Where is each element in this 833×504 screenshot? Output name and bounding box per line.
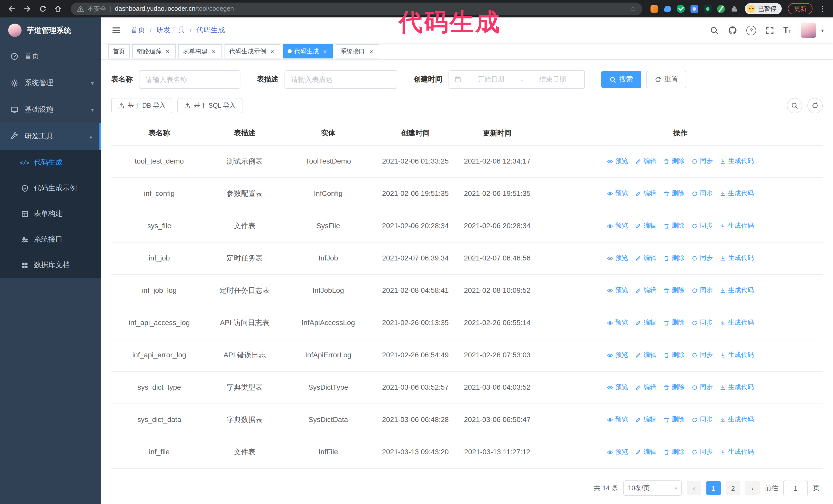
goto-page-input[interactable] [783, 480, 808, 496]
delete-link[interactable]: 删除 [664, 286, 685, 296]
font-size-button[interactable]: TT [783, 26, 791, 34]
sync-link[interactable]: 同步 [692, 447, 713, 457]
extension-icon-2[interactable] [662, 3, 673, 14]
generate-code-link[interactable]: 生成代码 [720, 254, 754, 264]
sync-link[interactable]: 同步 [692, 415, 713, 425]
edit-link[interactable]: 编辑 [635, 189, 657, 199]
generate-code-link[interactable]: 生成代码 [720, 221, 754, 231]
sync-link[interactable]: 同步 [692, 286, 713, 296]
refresh-table-button[interactable] [807, 98, 823, 113]
sidebar-item-devtools[interactable]: 研发工具 ▴ [0, 123, 101, 150]
generate-code-link[interactable]: 生成代码 [720, 351, 754, 360]
import-sql-button[interactable]: 基于 SQL 导入 [177, 98, 242, 113]
delete-link[interactable]: 删除 [664, 221, 685, 231]
extensions-puzzle-icon[interactable] [729, 3, 740, 14]
edit-link[interactable]: 编辑 [635, 221, 657, 231]
date-range-picker[interactable]: 开始日期 - 结束日期 [449, 70, 585, 89]
breadcrumb-home[interactable]: 首页 [131, 26, 145, 35]
browser-update-button[interactable]: 更新 [788, 3, 812, 14]
back-button[interactable] [5, 2, 19, 16]
extension-icon-4[interactable] [688, 3, 700, 14]
extension-icon-5[interactable] [702, 3, 713, 14]
home-button[interactable] [51, 2, 65, 16]
sync-link[interactable]: 同步 [692, 221, 713, 231]
edit-link[interactable]: 编辑 [635, 254, 657, 264]
github-button[interactable] [728, 26, 737, 35]
page-button-2[interactable]: 2 [726, 481, 740, 495]
delete-link[interactable]: 删除 [664, 318, 685, 328]
delete-link[interactable]: 删除 [664, 351, 685, 360]
sidebar-item-codegen-example[interactable]: 代码生成示例 [0, 175, 101, 201]
sidebar-toggle-button[interactable] [110, 24, 122, 37]
generate-code-link[interactable]: 生成代码 [720, 157, 754, 167]
generate-code-link[interactable]: 生成代码 [720, 318, 754, 328]
tab-codegen[interactable]: 代码生成× [283, 44, 333, 58]
close-icon[interactable]: × [367, 48, 375, 55]
sync-link[interactable]: 同步 [692, 157, 713, 167]
sync-link[interactable]: 同步 [692, 254, 713, 264]
delete-link[interactable]: 删除 [664, 254, 685, 264]
close-icon[interactable]: × [269, 48, 276, 55]
sidebar-item-system-api[interactable]: 系统接口 [0, 226, 101, 252]
reset-button[interactable]: 重置 [646, 71, 686, 88]
edit-link[interactable]: 编辑 [635, 383, 657, 393]
tab-trace[interactable]: 链路追踪× [132, 44, 176, 58]
extension-icon-3[interactable] [675, 3, 686, 14]
sidebar-item-db-docs[interactable]: 数据库文档 [0, 252, 101, 278]
close-icon[interactable]: × [164, 48, 171, 55]
sidebar-item-home[interactable]: 首页 [0, 43, 101, 70]
sidebar-item-system[interactable]: 系统管理 ▾ [0, 70, 101, 96]
delete-link[interactable]: 删除 [664, 157, 685, 167]
prev-page-button[interactable]: ‹ [687, 481, 701, 495]
toggle-search-button[interactable] [787, 98, 802, 113]
edit-link[interactable]: 编辑 [635, 157, 657, 167]
preview-link[interactable]: 预览 [607, 318, 628, 328]
close-icon[interactable]: × [322, 48, 329, 55]
sync-link[interactable]: 同步 [692, 189, 713, 199]
edit-link[interactable]: 编辑 [635, 351, 657, 360]
profile-paused-chip[interactable]: 已暂停 [745, 3, 782, 14]
preview-link[interactable]: 预览 [607, 221, 628, 231]
edit-link[interactable]: 编辑 [635, 286, 657, 296]
address-bar[interactable]: 不安全 | dashboard.yudao.iocoder.cn/tool/co… [71, 2, 642, 15]
preview-link[interactable]: 预览 [607, 415, 628, 425]
search-button[interactable]: 搜索 [601, 71, 641, 88]
generate-code-link[interactable]: 生成代码 [720, 286, 754, 296]
reload-button[interactable] [36, 2, 49, 16]
preview-link[interactable]: 预览 [607, 351, 628, 360]
generate-code-link[interactable]: 生成代码 [720, 383, 754, 393]
close-icon[interactable]: × [210, 48, 217, 55]
edit-link[interactable]: 编辑 [635, 415, 657, 425]
preview-link[interactable]: 预览 [607, 254, 628, 264]
edit-link[interactable]: 编辑 [635, 447, 657, 457]
sync-link[interactable]: 同步 [692, 318, 713, 328]
sidebar-logo[interactable]: 芋道管理系统 [0, 18, 101, 43]
delete-link[interactable]: 删除 [664, 447, 685, 457]
delete-link[interactable]: 删除 [664, 415, 685, 425]
next-page-button[interactable]: › [745, 481, 760, 495]
bookmark-star-icon[interactable]: ☆ [630, 5, 636, 13]
sync-link[interactable]: 同步 [692, 351, 713, 360]
sidebar-item-infra[interactable]: 基础设施 ▾ [0, 96, 101, 123]
extension-icon-6[interactable] [715, 3, 727, 14]
generate-code-link[interactable]: 生成代码 [720, 189, 754, 199]
sidebar-item-form-builder[interactable]: 表单构建 [0, 201, 101, 226]
tab-home[interactable]: 首页 [108, 44, 130, 58]
tab-form-builder[interactable]: 表单构建× [178, 44, 222, 58]
avatar-caret-icon[interactable]: ▾ [821, 27, 824, 33]
table-name-input[interactable] [139, 70, 240, 89]
extension-icon-1[interactable] [648, 3, 660, 14]
header-search-button[interactable] [710, 26, 719, 34]
table-desc-input[interactable] [285, 70, 397, 89]
page-size-select[interactable]: 10条/页 ▾ [623, 480, 682, 496]
sync-link[interactable]: 同步 [692, 383, 713, 393]
preview-link[interactable]: 预览 [607, 157, 628, 167]
preview-link[interactable]: 预览 [607, 286, 628, 296]
browser-menu-button[interactable]: ⋮ [814, 2, 828, 16]
preview-link[interactable]: 预览 [607, 447, 628, 457]
sidebar-item-codegen[interactable]: </> 代码生成 [0, 150, 101, 175]
generate-code-link[interactable]: 生成代码 [720, 415, 754, 425]
tab-codegen-example[interactable]: 代码生成示例× [224, 44, 280, 58]
help-button[interactable]: ? [746, 25, 756, 35]
page-button-1[interactable]: 1 [706, 481, 721, 495]
